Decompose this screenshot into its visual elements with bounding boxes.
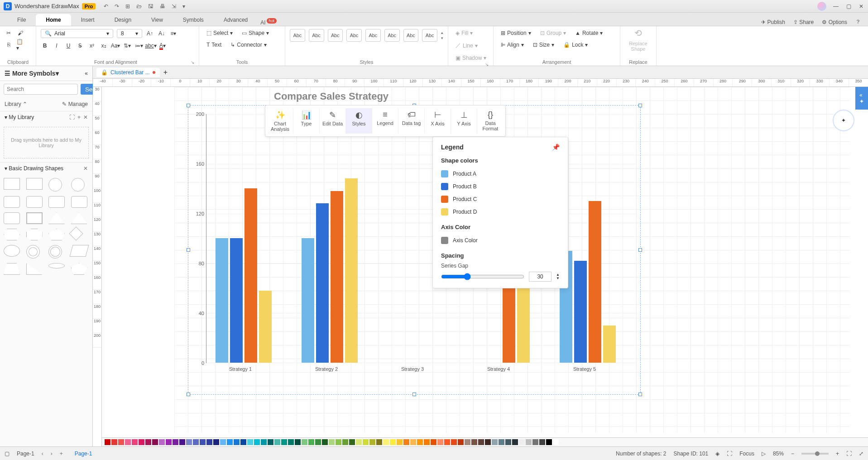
basic-close-icon[interactable]: ✕ [83,165,88,172]
bar-4-3[interactable] [603,326,616,363]
decrease-font-icon[interactable]: A↓ [158,29,166,38]
paste-icon[interactable]: 📋▾ [16,41,24,49]
color-swatch-36[interactable] [349,439,355,445]
color-swatch-45[interactable] [410,439,416,445]
shape-diamond[interactable] [69,226,83,240]
maximize-icon[interactable]: ▢ [845,3,852,10]
format-painter-icon[interactable]: 🖌 [16,29,24,37]
align-icon[interactable]: ≡▾ [169,29,177,38]
style-preset-7[interactable]: Abc [422,29,437,42]
bar-0-0[interactable] [216,238,228,363]
canvas[interactable]: 3040506070809010011012013014015016017018… [93,87,868,446]
handle-mb[interactable] [412,393,416,396]
shape-hexagon[interactable] [4,229,20,240]
menu-tab-advanced[interactable]: Advanced [214,14,258,26]
menu-tab-insert[interactable]: Insert [71,14,105,26]
handle-bl[interactable] [187,393,190,396]
manage-link[interactable]: ✎ Manage [62,101,88,107]
color-swatch-23[interactable] [261,439,267,445]
color-swatch-22[interactable] [254,439,260,445]
shape-triangle[interactable] [48,212,65,224]
close-icon[interactable]: ✕ [858,3,864,10]
color-swatch-5[interactable] [139,439,144,445]
page-add-icon[interactable]: + [60,450,63,457]
chart-tool-styles[interactable]: ◐Styles [346,108,372,134]
redo-icon[interactable]: ↷ [115,3,119,10]
color-swatch-2[interactable] [118,439,124,445]
color-swatch-20[interactable] [240,439,246,445]
bar-1-3[interactable] [345,178,358,363]
color-swatch-56[interactable] [485,439,491,445]
color-swatch-19[interactable] [234,439,240,445]
strike-icon[interactable]: S̶ [76,42,84,50]
connector-tool[interactable]: ↳ Connector ▾ [228,41,269,49]
color-swatch-66[interactable] [553,439,559,445]
shape-round-rect[interactable] [4,196,20,208]
legend-item-1[interactable]: Product B [441,180,560,193]
axis-color-item[interactable]: Axis Color [441,234,560,247]
replace-shape-icon[interactable]: ⟲ [634,29,643,37]
color-swatch-13[interactable] [193,439,199,445]
color-swatch-30[interactable] [308,439,314,445]
bar-0-1[interactable] [230,238,243,363]
color-swatch-57[interactable] [492,439,498,445]
zoom-slider[interactable] [801,453,829,455]
shape-round-rect2[interactable] [26,196,43,208]
legend-swatch-3[interactable] [441,208,448,216]
menu-tab-home[interactable]: Home [36,14,71,26]
font-color-icon[interactable]: A▾ [158,42,167,50]
color-swatch-17[interactable] [220,439,226,445]
shape-flat-oval[interactable] [48,263,65,268]
style-preset-6[interactable]: Abc [403,29,419,42]
increase-font-icon[interactable]: A↑ [146,29,154,38]
font-family-select[interactable]: 🔍 Arial▾ [41,29,113,38]
page-prev-icon[interactable]: ‹ [42,450,43,457]
bullets-icon[interactable]: ≔▾ [135,42,143,50]
shadow-button[interactable]: ▣ Shadow ▾ [453,54,489,62]
fullscreen-icon[interactable]: ⤢ [859,450,863,457]
color-swatch-33[interactable] [329,439,335,445]
publish-button[interactable]: ✈ Publish [761,19,785,25]
color-swatch-21[interactable] [247,439,253,445]
style-preset-1[interactable]: Abc [309,29,324,42]
color-swatch-38[interactable] [363,439,369,445]
document-tab[interactable]: 🔒 Clustered Bar ... [96,68,160,77]
shape-octagon[interactable] [26,229,43,240]
gap-down-icon[interactable]: ▼ [556,277,560,280]
bar-1-0[interactable] [302,238,314,363]
color-swatch-12[interactable] [186,439,192,445]
shape-rect-wide[interactable] [26,178,43,190]
color-swatch-61[interactable] [519,439,525,445]
legend-item-0[interactable]: Product A [441,168,560,180]
shape-trapezoid[interactable] [4,263,20,275]
shape-round-rect4[interactable] [71,196,87,208]
options-button[interactable]: ⚙ Options [822,19,847,25]
export-icon[interactable]: ⇲ [172,3,176,10]
color-swatch-4[interactable] [132,439,138,445]
color-swatch-11[interactable] [179,439,185,445]
shape-parallelogram[interactable] [69,245,89,257]
handle-tl[interactable] [187,104,190,107]
shape-donut[interactable] [26,245,40,259]
bar-0-2[interactable] [245,188,257,363]
shape-double-rect[interactable] [26,212,43,224]
chart-tool-type[interactable]: 📊Type [293,108,320,134]
shape-tab[interactable] [4,212,20,224]
shape-tool[interactable]: ▭ Shape ▾ [239,29,272,37]
fill-button[interactable]: ◈ Fill ▾ [453,29,475,37]
library-link[interactable]: Library ⌃ [5,101,27,107]
color-swatch-18[interactable] [227,439,233,445]
shape-ring[interactable] [48,245,62,259]
text-tool[interactable]: T Text [204,41,224,49]
color-swatch-40[interactable] [376,439,382,445]
rotate-button[interactable]: ▲ Rotate▾ [572,29,605,37]
basic-shapes-section[interactable]: ▾ Basic Drawing Shapes [5,165,63,172]
size-button[interactable]: ⊡ Size▾ [530,41,557,49]
color-swatch-47[interactable] [424,439,430,445]
mylib-expand-icon[interactable]: ⛶ [69,114,75,120]
color-swatch-62[interactable] [526,439,532,445]
color-swatch-42[interactable] [390,439,396,445]
legend-swatch-2[interactable] [441,196,448,203]
color-swatch-27[interactable] [288,439,294,445]
mylib-close-icon[interactable]: ✕ [83,114,88,120]
